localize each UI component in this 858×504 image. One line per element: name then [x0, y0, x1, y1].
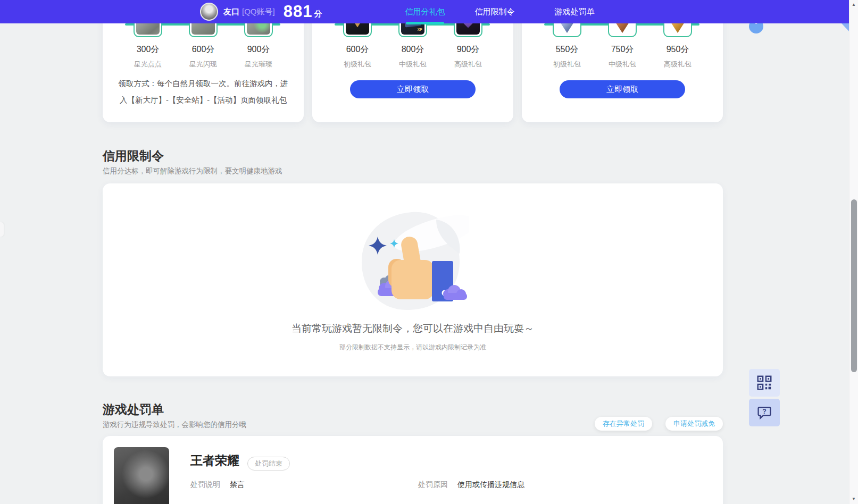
restriction-section-subtitle: 信用分达标，即可解除游戏行为限制，要文明健康地游戏	[103, 166, 282, 176]
gift-score: 900分	[457, 44, 480, 55]
penalty-desc-value: 禁言	[230, 480, 245, 489]
gift-name: 高级礼包	[454, 60, 482, 69]
gift-score: 750分	[611, 44, 634, 55]
claim-now-button[interactable]: 立即领取	[560, 80, 685, 98]
penalty-section-subtitle: 游戏行为违规导致处罚，会影响您的信用分哦	[103, 420, 246, 430]
game-title: 王者荣耀	[190, 452, 239, 469]
restriction-section-title: 信用限制令	[103, 148, 164, 164]
gift-score: 600分	[346, 44, 369, 55]
penalty-description-row: 处罚说明禁言	[190, 480, 245, 490]
apply-reduction-badge[interactable]: 申请处罚减免	[665, 417, 723, 431]
tab-gift-packs[interactable]: 信用分礼包	[404, 0, 446, 23]
scrollbar-thumb[interactable]	[851, 199, 857, 372]
active-tab-underline	[406, 22, 444, 24]
username: 友口	[223, 7, 239, 17]
avatar	[200, 3, 218, 21]
penalty-reason-row: 处罚原因使用或传播违规信息	[418, 480, 524, 490]
tab-restrictions[interactable]: 信用限制令	[473, 0, 516, 23]
abnormal-penalty-badge[interactable]: 存在异常处罚	[595, 417, 652, 431]
gift-score: 950分	[667, 44, 689, 55]
claim-now-button[interactable]: 立即领取	[350, 80, 476, 98]
gift-name: 中级礼包	[609, 60, 636, 69]
qr-code-button[interactable]	[749, 369, 780, 397]
game-thumbnail	[114, 447, 169, 504]
penalty-reason-label: 处罚原因	[418, 480, 448, 489]
help-feedback-button[interactable]: ?	[749, 399, 780, 426]
thumbs-up-illustration	[356, 208, 469, 315]
scroll-up-icon[interactable]: ▲	[849, 1, 858, 9]
question-bubble-icon: ?	[757, 405, 772, 420]
gift-score: 300分	[137, 44, 160, 55]
user-summary: 友口 [QQ账号] 881 分	[200, 0, 322, 23]
left-drawer-handle[interactable]	[0, 222, 4, 237]
penalty-desc-label: 处罚说明	[190, 480, 220, 489]
svg-text:?: ?	[762, 408, 766, 415]
page-scrollbar[interactable]: ▲ ▼	[849, 0, 858, 504]
gift-name: 星光闪现	[189, 60, 217, 69]
gift-name: 初级礼包	[344, 60, 371, 69]
top-navbar: 友口 [QQ账号] 881 分 信用分礼包 信用限制令 游戏处罚单	[0, 0, 849, 23]
gift-name: 中级礼包	[399, 60, 427, 69]
scroll-down-icon[interactable]: ▼	[849, 495, 858, 503]
gift-score: 550分	[556, 44, 579, 55]
credit-score-unit: 分	[314, 9, 322, 19]
penalty-reason-value: 使用或传播违规信息	[457, 480, 524, 489]
gift-name: 高级礼包	[664, 60, 692, 69]
gift-name: 星光点点	[134, 60, 162, 69]
empty-state-message: 当前常玩游戏暂无限制令，您可以在游戏中自由玩耍～	[103, 322, 723, 335]
gift-name: 星光璀璨	[245, 60, 272, 69]
claim-instructions-line1: 领取方式：每个自然月领取一次。前往游戏内，进	[103, 75, 304, 92]
penalty-record-card: 王者荣耀 处罚结束 处罚说明禁言 处罚原因使用或传播违规信息	[103, 436, 723, 504]
empty-state-note: 部分限制数据不支持显示，请以游戏内限制记录为准	[103, 343, 723, 352]
tab-penalties[interactable]: 游戏处罚单	[553, 0, 596, 23]
gift-score: 900分	[247, 44, 270, 55]
gift-score: 800分	[402, 44, 424, 55]
qr-code-icon	[757, 375, 772, 390]
penalty-status-pill: 处罚结束	[247, 457, 290, 471]
xp-label: XP	[418, 28, 422, 31]
gift-score: 600分	[192, 44, 215, 55]
gift-name: 初级礼包	[553, 60, 581, 69]
claim-instructions: 领取方式：每个自然月领取一次。前往游戏内，进 入【新大厅】-【安全站】-【活动】…	[103, 75, 304, 108]
penalty-section-title: 游戏处罚单	[103, 401, 164, 418]
restriction-card: 当前常玩游戏暂无限制令，您可以在游戏中自由玩耍～ 部分限制数据不支持显示，请以游…	[103, 183, 723, 376]
account-type-tag: [QQ账号]	[242, 7, 275, 17]
credit-score: 881	[284, 2, 313, 21]
claim-instructions-line2: 入【新大厅】-【安全站】-【活动】页面领取礼包	[103, 92, 304, 108]
